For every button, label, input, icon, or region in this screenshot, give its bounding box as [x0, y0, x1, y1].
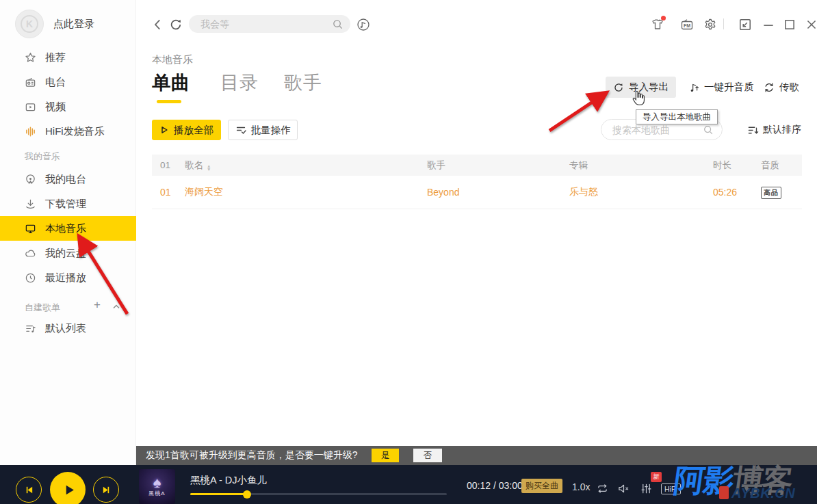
play-button[interactable]	[50, 472, 86, 504]
sidebar-item-recent[interactable]: 最近播放	[0, 265, 136, 290]
sidebar-item-label: 下载管理	[45, 198, 86, 211]
transfer-songs-button[interactable]: 传歌	[756, 77, 807, 98]
tab-songs[interactable]: 单曲	[152, 70, 190, 95]
minimize-icon[interactable]	[762, 18, 775, 31]
add-playlist-icon[interactable]: +	[94, 300, 101, 310]
skin-button[interactable]	[651, 18, 664, 31]
header-artist: 歌手	[419, 159, 561, 172]
play-all-button[interactable]: 播放全部	[152, 120, 221, 140]
previous-track-button[interactable]	[16, 477, 42, 503]
notification-dot	[661, 16, 666, 21]
star-icon	[25, 52, 36, 64]
progress-bar[interactable]	[190, 493, 447, 495]
default-sort-button[interactable]: 默认排序	[747, 124, 801, 136]
album-art[interactable]: ♠ 黑桃A	[139, 469, 175, 504]
play-outline-icon	[159, 125, 169, 135]
playlist-icon	[25, 323, 36, 334]
refresh-icon[interactable]	[169, 18, 183, 31]
next-icon	[101, 485, 112, 495]
sidebar-item-label: 视频	[45, 101, 66, 114]
notification-no-button[interactable]: 否	[413, 449, 442, 462]
equalizer-icon[interactable]	[640, 483, 652, 494]
sidebar-item-recommend[interactable]: 推荐	[0, 45, 136, 70]
download-icon	[25, 198, 36, 210]
now-playing-title[interactable]: 黑桃A - DJ小鱼儿	[190, 474, 267, 487]
header-index: 01	[152, 160, 177, 170]
tab-artists[interactable]: 歌手	[284, 70, 322, 95]
tab-folders[interactable]: 目录	[220, 70, 259, 95]
album-art-label: 黑桃A	[148, 490, 165, 497]
my-music-section-title: 我的音乐	[25, 150, 60, 163]
search-icon[interactable]	[332, 18, 343, 30]
main-panel: FM 本地音乐 单曲 目录 歌手 导入导出 一键升音质 传歌 导入导出本地歌曲	[136, 0, 817, 446]
sidebar-item-video[interactable]: 视频	[0, 94, 136, 119]
settings-gear-icon[interactable]	[703, 18, 717, 31]
hifi-icon	[25, 126, 36, 137]
spade-icon: ♠	[153, 476, 161, 490]
upgrade-quality-button[interactable]: 一键升音质	[681, 77, 762, 98]
sidebar-item-label: 默认列表	[45, 322, 86, 335]
toolbar-divider	[723, 18, 724, 29]
back-icon[interactable]	[151, 18, 165, 31]
cloud-icon	[25, 248, 36, 259]
sidebar-item-my-radio[interactable]: 我的电台	[0, 167, 136, 191]
time-display: 00:12 / 03:00	[467, 480, 523, 491]
notification-yes-button[interactable]: 是	[372, 449, 399, 462]
sort-arrows-icon[interactable]: ▲▼	[207, 164, 211, 171]
loop-mode-icon[interactable]	[596, 483, 609, 494]
sidebar-item-label: 推荐	[45, 51, 66, 64]
close-icon[interactable]	[805, 18, 817, 31]
progress-fill	[190, 493, 247, 495]
global-search[interactable]	[189, 15, 350, 33]
login-area[interactable]: K 点此登录	[15, 10, 94, 38]
hifi-quality-badge[interactable]: HiFi	[661, 483, 681, 494]
table-header: 01 歌名▲▼ 歌手 专辑 时长 音质	[152, 155, 802, 176]
row-index: 01	[152, 187, 177, 198]
brand-k-icon: K	[21, 15, 38, 33]
login-label[interactable]: 点此登录	[53, 18, 94, 31]
batch-operation-button[interactable]: 批量操作	[228, 120, 298, 140]
next-track-button[interactable]	[93, 477, 119, 503]
row-album[interactable]: 乐与怒	[561, 186, 705, 198]
playback-speed[interactable]: 1.0x	[572, 481, 590, 492]
row-artist[interactable]: Beyond	[419, 187, 561, 198]
global-search-input[interactable]	[200, 18, 332, 29]
maximize-icon[interactable]	[783, 18, 796, 31]
play-icon	[63, 483, 76, 496]
fm-icon[interactable]: FM	[680, 18, 694, 31]
song-recognition-icon[interactable]	[356, 18, 370, 31]
buy-full-song-badge[interactable]: 购买全曲	[521, 479, 562, 493]
sidebar-item-radio[interactable]: 电台	[0, 70, 136, 94]
radio-icon	[25, 77, 36, 88]
transfer-songs-label: 传歌	[779, 81, 799, 94]
collapse-chevron-up-icon[interactable]	[112, 302, 121, 312]
search-icon[interactable]	[703, 124, 714, 135]
song-table: 01 歌名▲▼ 歌手 专辑 时长 音质 01 海阔天空 Beyond 乐与怒 0…	[152, 155, 802, 209]
sidebar-item-downloads[interactable]: 下载管理	[0, 191, 136, 216]
podcast-icon	[25, 174, 36, 185]
checklist-icon	[235, 124, 246, 135]
header-duration: 时长	[705, 159, 753, 172]
volume-muted-icon[interactable]	[617, 483, 630, 494]
sidebar-item-label: HiFi发烧音乐	[45, 125, 105, 138]
sidebar-item-default-playlist[interactable]: 默认列表	[0, 316, 136, 341]
new-badge: 新	[651, 472, 662, 482]
sidebar-item-hifi[interactable]: HiFi发烧音乐	[0, 119, 136, 144]
notification-message: 发现1首歌可被升级到更高音质，是否要一键升级?	[146, 449, 358, 462]
previous-icon	[24, 485, 34, 495]
play-all-label: 播放全部	[174, 124, 213, 137]
avatar[interactable]: K	[15, 10, 44, 38]
batch-operation-label: 批量操作	[251, 124, 291, 137]
table-row[interactable]: 01 海阔天空 Beyond 乐与怒 05:26 高品	[152, 176, 802, 209]
row-duration: 05:26	[705, 187, 753, 198]
monitor-icon	[25, 223, 36, 235]
local-search-input[interactable]	[612, 124, 703, 135]
progress-knob[interactable]	[243, 490, 251, 499]
row-song-name[interactable]: 海阔天空	[177, 186, 419, 198]
header-song-name[interactable]: 歌名▲▼	[177, 159, 419, 172]
mini-mode-icon[interactable]	[738, 18, 752, 31]
header-quality: 音质	[753, 159, 802, 172]
sidebar-item-cloud-drive[interactable]: 我的云盘	[0, 241, 136, 265]
sidebar-item-local-music[interactable]: 本地音乐	[0, 216, 136, 241]
sidebar-item-label: 我的电台	[45, 173, 86, 186]
